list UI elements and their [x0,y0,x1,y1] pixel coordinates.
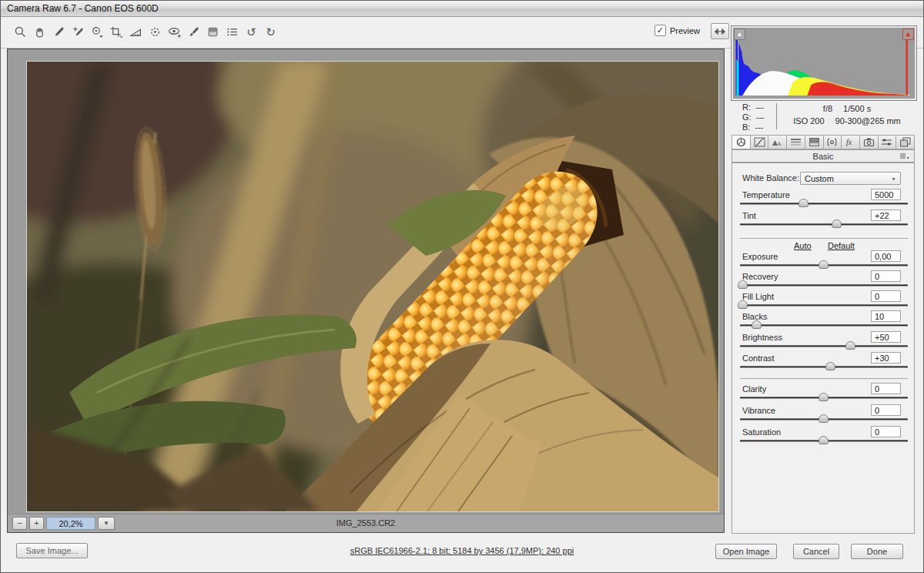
tab-basic[interactable] [732,135,751,149]
slider-track[interactable] [740,397,908,399]
highlight-clipping-indicator[interactable]: ▲ [902,28,914,40]
open-image-button[interactable]: Open Image [715,544,777,559]
window-title: Camera Raw 6.7 - Canon EOS 600D [7,3,159,14]
white-balance-label: White Balance: [742,173,799,183]
slider-row-temperature: Temperature 5000 [732,190,914,210]
done-button[interactable]: Done [851,544,903,559]
slider-thumb[interactable] [752,320,762,329]
basic-panel-content: White Balance: Custom ▼ Auto Default Tem… [732,163,915,534]
slider-thumb[interactable] [798,199,808,207]
slider-thumb[interactable] [845,341,855,350]
tab-presets[interactable] [879,135,897,149]
preview-label: Preview [670,26,700,35]
workflow-options-link-text[interactable]: sRGB IEC61966-2.1; 8 bit; 5184 by 3456 (… [350,546,574,555]
lens-value: 90-300@265 mm [835,115,901,127]
red-eye-removal-tool-icon[interactable] [166,23,183,41]
slider-track[interactable] [740,284,908,286]
targeted-adjustment-tool-icon[interactable] [89,23,106,41]
cancel-button[interactable]: Cancel [793,544,839,559]
slider-label: Contrast [742,354,775,363]
slider-value-field[interactable]: +22 [871,209,901,221]
slider-row-brightness: Brightness +50 [732,333,914,353]
tab-tone-curve[interactable] [751,135,769,149]
slider-row-fill-light: Fill Light 0 [732,292,914,312]
zoom-tool-icon[interactable] [12,23,29,41]
svg-text:fx: fx [846,138,852,146]
aperture-value: f/8 [823,102,832,115]
slider-value-field[interactable]: +50 [871,331,901,343]
tab-split-toning[interactable] [805,135,824,149]
slider-thumb[interactable] [832,219,842,228]
tab-snapshots[interactable] [896,135,915,149]
color-sampler-tool-icon[interactable] [69,23,87,41]
rotate-right-tool-icon[interactable]: ↻ [262,23,280,41]
slider-value-field[interactable]: 0 [871,426,901,437]
slider-thumb[interactable] [738,300,748,309]
slider-value-field[interactable]: 0 [871,270,901,282]
slider-value-field[interactable]: 0 [871,290,901,302]
tab-camera-calibration[interactable] [860,135,879,149]
graduated-filter-tool-icon[interactable] [204,23,222,41]
photo-preview[interactable] [26,61,719,512]
default-link[interactable]: Default [828,241,855,250]
status-strip: − + 20,2% ▼ IMG_2553.CR2 [8,514,724,532]
slider-track[interactable] [740,440,908,442]
shadow-clipping-indicator[interactable]: ▲ [734,28,745,40]
workflow-options-link[interactable]: sRGB IEC61966-2.1; 8 bit; 5184 by 3456 (… [1,546,923,555]
slider-label: Vibrance [742,406,775,415]
slider-label: Clarity [742,384,766,394]
slider-track[interactable] [740,345,908,347]
white-balance-tool-icon[interactable] [50,23,68,41]
hand-tool-icon[interactable] [31,23,49,41]
slider-value-field[interactable]: 0,00 [871,250,901,262]
rotate-left-tool-icon[interactable]: ↺ [243,23,260,41]
slider-track[interactable] [740,304,908,307]
slider-thumb[interactable] [819,436,829,444]
white-balance-select[interactable]: Custom ▼ [800,172,901,185]
slider-track[interactable] [740,203,908,205]
slider-value-field[interactable]: 10 [871,310,901,322]
slider-thumb[interactable] [738,280,748,289]
slider-value-field[interactable]: 5000 [871,189,901,200]
slider-thumb[interactable] [819,393,829,401]
slider-value-field[interactable]: +30 [871,352,901,364]
tab-effects[interactable]: fx [842,135,860,149]
white-balance-value: Custom [805,174,834,183]
fullscreen-arrows-icon [715,28,725,35]
r-value: --- [755,102,764,112]
auto-link[interactable]: Auto [794,241,812,250]
slider-row-blacks: Blacks 10 [732,312,914,332]
slider-value-field[interactable]: 0 [871,404,901,416]
histogram[interactable]: ▲ ▲ [732,26,916,100]
fullscreen-toggle-button[interactable] [711,23,729,39]
slider-row-vibrance: Vibrance 0 [732,406,914,426]
slider-row-tint: Tint +22 [732,211,914,231]
slider-thumb[interactable] [819,414,829,423]
tab-lens-corrections[interactable] [824,135,842,149]
slider-row-contrast: Contrast +30 [732,354,914,374]
preferences-tool-icon[interactable] [223,23,241,41]
tab-hsl-grayscale[interactable] [787,135,805,149]
slider-row-clarity: Clarity 0 [732,384,914,404]
slider-thumb[interactable] [825,362,835,370]
chevron-down-icon: ▼ [891,176,896,182]
preview-checkbox[interactable]: ✓ [654,25,666,36]
slider-track[interactable] [740,366,908,368]
slider-thumb[interactable] [819,260,829,269]
slider-value-field[interactable]: 0 [871,383,901,394]
spot-removal-tool-icon[interactable] [146,23,164,41]
slider-track[interactable] [740,324,908,327]
slider-label: Tint [742,211,756,220]
panel-menu-icon[interactable] [899,152,909,162]
crop-tool-icon[interactable] [108,23,126,41]
slider-track[interactable] [740,223,908,226]
straighten-tool-icon[interactable] [127,23,145,41]
panel-header-basic: Basic [732,149,915,163]
slider-track[interactable] [740,418,908,421]
adjustment-brush-tool-icon[interactable] [185,23,203,41]
b-label: B: [742,122,750,132]
slider-track[interactable] [740,264,908,266]
camera-raw-dialog: Camera Raw 6.7 - Canon EOS 600D ↺ ↻ ✓ Pr… [0,0,924,573]
bottom-bar: Save Image... sRGB IEC61966-2.1; 8 bit; … [1,534,923,572]
tab-detail[interactable] [768,135,787,149]
